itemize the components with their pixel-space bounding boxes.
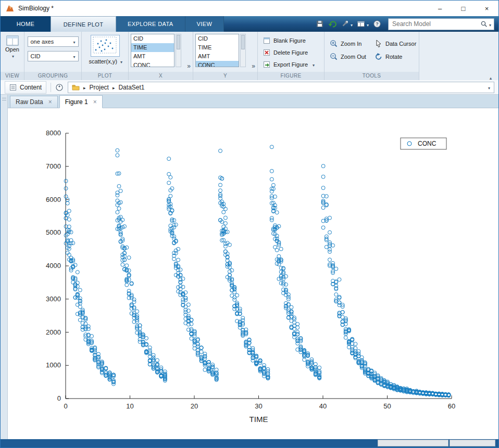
search-dropdown-caret-icon[interactable] bbox=[489, 19, 491, 29]
layout-button[interactable] bbox=[355, 18, 370, 30]
export-caret-icon bbox=[313, 61, 315, 68]
list-item-cid[interactable]: CID bbox=[131, 34, 174, 43]
svg-text:4000: 4000 bbox=[46, 262, 61, 270]
minimize-button[interactable]: – bbox=[428, 1, 452, 16]
export-figure-icon bbox=[263, 61, 270, 68]
svg-text:10: 10 bbox=[126, 402, 133, 410]
open-icon bbox=[6, 35, 19, 46]
help-icon: ? bbox=[373, 20, 381, 28]
open-caret-icon bbox=[12, 53, 14, 59]
tab-home[interactable]: HOME bbox=[1, 16, 51, 32]
status-bar bbox=[1, 439, 498, 447]
x-variable-list[interactable]: CIDTIMEAMTCONC bbox=[131, 34, 174, 67]
zoom-out-button[interactable]: Zoom Out bbox=[327, 50, 371, 63]
svg-text:2000: 2000 bbox=[46, 328, 61, 336]
blank-figure-button[interactable]: Blank Figure bbox=[260, 35, 322, 46]
list-item-time[interactable]: TIME bbox=[196, 43, 239, 52]
window-title: SimBiology * bbox=[18, 5, 54, 12]
ribbon-section-x: CIDTIMEAMTCONC » X bbox=[129, 32, 193, 80]
zoom-in-label: Zoom In bbox=[341, 41, 361, 47]
save-button[interactable] bbox=[314, 18, 326, 30]
scrollbar-thumb[interactable] bbox=[241, 35, 245, 49]
tab-raw-data[interactable]: Raw Data bbox=[10, 96, 58, 108]
history-button[interactable] bbox=[55, 83, 64, 92]
breadcrumb-dropdown-icon[interactable] bbox=[488, 84, 490, 91]
scrollbar-thumb[interactable] bbox=[177, 35, 180, 49]
breadcrumb-separator-icon bbox=[113, 84, 115, 91]
tab-raw-data-label: Raw Data bbox=[16, 98, 43, 106]
section-label-grouping: GROUPING bbox=[24, 72, 81, 80]
svg-text:40: 40 bbox=[319, 402, 327, 410]
close-tab-icon[interactable] bbox=[48, 98, 52, 106]
scatter-thumbnail bbox=[91, 35, 120, 57]
breadcrumb-separator-icon bbox=[83, 84, 86, 91]
delete-figure-label: Delete Figure bbox=[273, 49, 308, 56]
undo-button[interactable] bbox=[327, 18, 338, 30]
axes-mode-dropdown[interactable]: one axes bbox=[28, 36, 79, 47]
gallery-caret-icon[interactable] bbox=[120, 58, 122, 65]
ribbon-section-y: CIDTIMEAMTCONC » Y bbox=[193, 32, 258, 80]
data-cursor-label: Data Cursor bbox=[385, 41, 416, 47]
search-model-box[interactable] bbox=[388, 18, 494, 30]
export-figure-button[interactable]: Export Figure bbox=[260, 59, 322, 70]
svg-text:60: 60 bbox=[448, 402, 455, 410]
x-expand-button[interactable]: » bbox=[187, 62, 191, 70]
svg-text:0: 0 bbox=[64, 402, 67, 410]
close-tab-icon[interactable] bbox=[93, 98, 97, 106]
help-button[interactable]: ? bbox=[371, 18, 383, 30]
left-rail[interactable] bbox=[1, 95, 8, 439]
scatter-plot: 0102030405060010002000300040005000600070… bbox=[8, 108, 499, 440]
svg-text:TIME: TIME bbox=[250, 415, 268, 424]
delete-figure-button[interactable]: Delete Figure bbox=[260, 47, 322, 58]
export-figure-label: Export Figure bbox=[273, 61, 308, 68]
svg-text:3000: 3000 bbox=[46, 295, 61, 303]
svg-text:50: 50 bbox=[383, 402, 391, 410]
tab-explore-data[interactable]: EXPLORE DATA bbox=[116, 16, 185, 32]
breadcrumb[interactable]: Project DataSet1 bbox=[68, 82, 494, 93]
titlebar: SimBiology * – □ × bbox=[1, 1, 498, 16]
ribbon-section-plot: scatter(x,y) PLOT bbox=[82, 32, 129, 80]
tab-define-plot[interactable]: DEFINE PLOT bbox=[51, 16, 116, 32]
close-button[interactable]: × bbox=[475, 1, 498, 16]
tab-figure-1-label: Figure 1 bbox=[65, 98, 88, 106]
maximize-button[interactable]: □ bbox=[452, 1, 475, 16]
preferences-button[interactable] bbox=[339, 18, 354, 30]
search-input[interactable] bbox=[391, 20, 480, 28]
plot-type-gallery-item[interactable]: scatter(x,y) bbox=[89, 35, 121, 65]
delete-figure-icon bbox=[263, 49, 270, 56]
y-variable-list[interactable]: CIDTIMEAMTCONC bbox=[195, 34, 239, 67]
open-button[interactable]: Open bbox=[3, 35, 22, 59]
y-expand-button[interactable]: » bbox=[252, 62, 255, 70]
figure-plot-area[interactable]: 0102030405060010002000300040005000600070… bbox=[8, 108, 498, 439]
list-item-amt[interactable]: AMT bbox=[196, 52, 239, 61]
section-label-tools: TOOLS bbox=[325, 72, 419, 80]
history-icon bbox=[55, 83, 64, 92]
content-button[interactable]: Content bbox=[5, 81, 46, 94]
svg-text:0: 0 bbox=[57, 394, 61, 402]
list-item-time[interactable]: TIME bbox=[131, 43, 174, 52]
list-item-amt[interactable]: AMT bbox=[131, 52, 174, 61]
rail-handle-icon bbox=[2, 98, 6, 100]
zoom-in-button[interactable]: Zoom In bbox=[327, 37, 371, 50]
breadcrumb-dataset[interactable]: DataSet1 bbox=[118, 84, 144, 91]
data-cursor-button[interactable]: Data Cursor bbox=[371, 37, 417, 50]
data-cursor-icon bbox=[375, 40, 383, 48]
rotate-button[interactable]: Rotate bbox=[371, 50, 417, 63]
tab-view[interactable]: VIEW bbox=[185, 16, 224, 32]
dropdown-caret-icon bbox=[73, 53, 75, 59]
x-list-scrollbar[interactable] bbox=[176, 34, 181, 67]
tab-figure-1[interactable]: Figure 1 bbox=[59, 95, 103, 108]
content-list-icon bbox=[9, 84, 17, 91]
breadcrumb-project[interactable]: Project bbox=[90, 84, 109, 91]
group-by-dropdown[interactable]: CID bbox=[28, 51, 79, 61]
collapse-ribbon-button[interactable] bbox=[486, 72, 495, 80]
list-item-conc[interactable]: CONC bbox=[131, 61, 174, 67]
y-list-scrollbar[interactable] bbox=[240, 34, 246, 67]
list-item-conc[interactable]: CONC bbox=[196, 61, 239, 67]
dropdown-caret-icon bbox=[367, 19, 369, 29]
list-item-cid[interactable]: CID bbox=[196, 34, 239, 43]
zoom-in-icon bbox=[330, 40, 338, 48]
simbiology-window: SimBiology * – □ × HOME DEFINE PLOT EXPL… bbox=[0, 0, 499, 448]
svg-text:30: 30 bbox=[255, 402, 262, 410]
document-tab-strip: Raw Data Figure 1 bbox=[1, 95, 498, 108]
